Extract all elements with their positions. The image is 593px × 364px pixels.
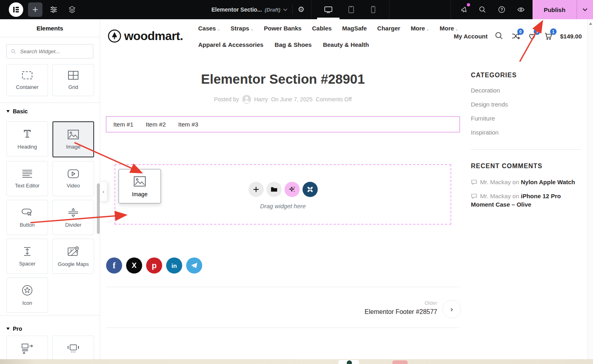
telegram-share-button[interactable] [186,257,202,274]
person-icon [242,95,251,104]
widget-label: Image [66,144,80,150]
widget-card-google-maps[interactable]: g Google Maps [52,239,94,274]
basic-widgets-grid: T Heading Image Text Editor [0,121,100,313]
help-icon[interactable]: ? [498,6,506,14]
widget-card-button[interactable]: Button [6,200,48,235]
search-icon [11,48,16,54]
text-editor-icon [21,169,33,179]
widget-card-grid[interactable]: Grid [52,64,94,96]
widget-label: Grid [68,84,78,90]
plus-icon [253,186,259,193]
bottom-banner-strip [0,359,593,364]
comment-author: Mr. Mackay [480,179,511,185]
add-section-button[interactable] [248,182,263,197]
whats-new-megaphone-icon[interactable] [460,6,468,14]
widget-card-container[interactable]: Container [6,64,48,96]
category-link-decoration[interactable]: Decoration [471,86,508,95]
svg-text:g: g [70,248,72,251]
layout-widgets-grid: Container Grid [0,64,100,96]
posted-by-label: Posted by [214,96,239,103]
linkedin-share-button[interactable]: in [166,257,182,274]
divider [106,328,459,328]
comment-item: Mr. Mackay on Nylon Apple Watch [471,178,582,186]
wishlist-heart-icon[interactable]: 0 [527,31,537,41]
widget-card-spacer[interactable]: Spacer [6,239,48,274]
panel-scrollbar-thumb[interactable] [97,183,100,234]
pinterest-share-button[interactable]: p [146,257,162,274]
heading-icon: T [21,128,33,140]
document-settings-gear-icon[interactable]: ⚙ [297,6,305,14]
button-icon [21,207,34,218]
star-circle-icon [21,284,33,296]
category-link-design-trends[interactable]: Design trends [471,100,508,109]
elementor-logo-button[interactable] [9,2,23,17]
site-search-icon[interactable] [495,31,504,41]
tab-item-2[interactable]: Item #2 [146,121,166,128]
widget-label: Divider [65,222,81,228]
pinwheel-x-icon [306,185,314,194]
widget-card-text-editor[interactable]: Text Editor [6,161,48,196]
add-new-element-button[interactable] [28,2,42,17]
recent-comments-title: RECENT COMMENTS [471,163,543,170]
document-status: (Draft) [265,7,280,13]
device-mobile-icon[interactable] [370,6,378,14]
template-library-button[interactable] [266,182,281,197]
sparkles-icon [288,185,296,193]
widget-card-heading[interactable]: T Heading [6,121,48,157]
section-pro[interactable]: Pro [6,326,22,332]
cart-total: $149.00 [560,33,582,40]
comment-connector: on [513,193,519,199]
widget-search-box [6,44,93,58]
pinterest-icon: p [152,261,157,270]
wishlist-count-badge: 0 [534,28,540,35]
x-share-button[interactable]: X [126,257,142,274]
widget-card-video[interactable]: Video [52,161,94,196]
post-nav-link[interactable]: Elementor Footer #28577 [277,308,437,316]
author-name[interactable]: Harry [254,96,268,103]
facebook-share-button[interactable]: f [106,257,122,274]
device-desktop-icon[interactable] [324,6,332,14]
section-basic[interactable]: Basic [6,108,28,115]
divider [450,0,451,19]
elementor-editor: Elementor Sectio... (Draft) ⚙ [0,0,593,364]
tab-item-1[interactable]: Item #1 [113,121,133,128]
compare-icon[interactable]: 0 [511,31,521,41]
publish-options-button[interactable] [577,0,593,19]
compare-count-badge: 0 [517,28,524,35]
widgets-panel: Elements Container Grid [0,19,100,364]
finder-search-icon[interactable] [478,6,486,14]
image-icon [67,129,80,140]
divider [106,287,459,287]
active-device-underline [317,18,340,19]
divider [311,0,312,19]
post-meta: Posted by Harry On June 7, 2025 Comments… [106,95,460,104]
site-settings-sliders-icon[interactable] [50,6,58,14]
addon-library-button[interactable] [302,182,318,197]
preview-scrollbar[interactable] [587,19,593,364]
widget-card-icon[interactable]: Icon [6,278,48,313]
publish-button[interactable]: Publish [533,0,577,19]
structure-layers-icon[interactable] [68,6,76,14]
preview-eye-icon[interactable] [517,6,525,14]
document-title-switcher[interactable]: Elementor Sectio... (Draft) [211,0,287,19]
widget-card-divider[interactable]: Divider [52,200,94,235]
comment-post-link[interactable]: Nylon Apple Watch [521,179,575,185]
category-link-inspiration[interactable]: Inspiration [471,128,508,137]
social-share-row: f X p in [106,257,202,274]
widget-label: Google Maps [58,261,88,267]
telegram-plane-icon [191,262,198,269]
tab-item-3[interactable]: Item #3 [178,121,198,128]
category-link-furniture[interactable]: Furniture [471,114,508,123]
widget-search-input[interactable] [19,48,89,55]
dragged-image-widget[interactable]: Image [119,169,161,203]
scroll-up-arrow-icon[interactable] [589,22,592,25]
device-tablet-icon[interactable] [348,6,356,14]
svg-text:T: T [24,128,31,140]
panel-collapse-handle[interactable]: ‹ [100,181,107,201]
cart-icon[interactable]: 1 [544,31,553,41]
editor-drop-zone[interactable]: Image [115,164,451,225]
widget-card-image[interactable]: Image [52,121,94,157]
ai-builder-button[interactable] [284,182,300,197]
widget-label: Image [132,191,148,197]
post-nav-next-button[interactable]: › [442,300,461,318]
